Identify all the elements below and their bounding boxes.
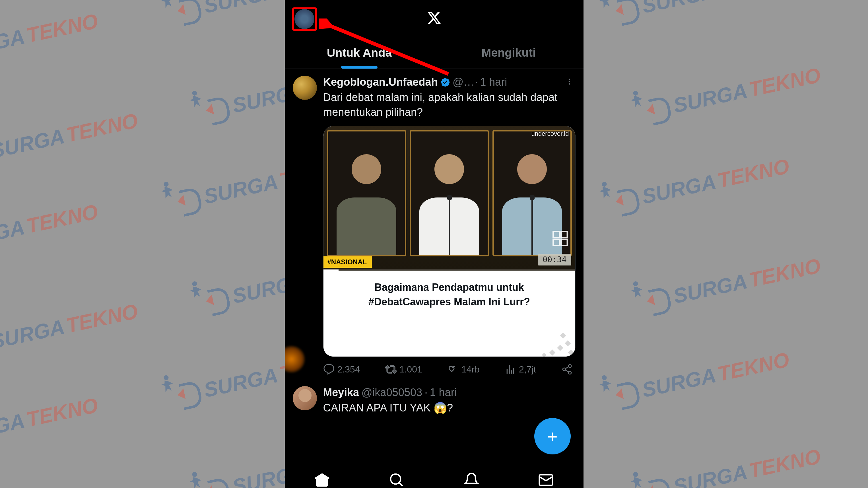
nav-messages-icon[interactable] bbox=[538, 472, 554, 488]
video-category-tag: #NASIONAL bbox=[323, 256, 372, 268]
svg-point-3 bbox=[568, 81, 570, 83]
tweet-timestamp: 1 hari bbox=[430, 386, 457, 399]
svg-point-4 bbox=[568, 83, 570, 85]
svg-rect-9 bbox=[557, 345, 563, 351]
compose-tweet-button[interactable]: + bbox=[534, 418, 571, 454]
svg-rect-8 bbox=[561, 239, 567, 246]
tweet-author-avatar[interactable] bbox=[293, 76, 317, 100]
retweet-count: 1.001 bbox=[399, 364, 422, 375]
video-progress-bar[interactable] bbox=[323, 270, 575, 271]
tweet-media-card[interactable]: undercover.id #NASIONAL 00:34 Bagaimana … bbox=[323, 126, 576, 357]
nav-home-icon[interactable] bbox=[314, 472, 330, 488]
like-button[interactable]: 14rb bbox=[447, 364, 480, 375]
separator-dot: · bbox=[425, 386, 428, 399]
plus-icon: + bbox=[547, 426, 557, 447]
svg-line-19 bbox=[565, 367, 568, 369]
retweet-button[interactable]: 1.001 bbox=[385, 364, 422, 375]
svg-line-18 bbox=[565, 370, 568, 372]
svg-point-20 bbox=[391, 474, 401, 484]
svg-rect-10 bbox=[565, 340, 571, 346]
feed-tabs: Untuk Anda Mengikuti bbox=[285, 37, 584, 69]
tweet-author-name[interactable]: Meyika bbox=[323, 386, 359, 399]
reply-count: 2.354 bbox=[337, 364, 360, 375]
profile-menu-button[interactable] bbox=[292, 7, 317, 31]
svg-rect-7 bbox=[553, 239, 559, 246]
verified-badge-icon bbox=[440, 77, 451, 87]
video-timer: 00:34 bbox=[538, 254, 571, 266]
profile-avatar-icon bbox=[294, 9, 314, 29]
tweet-more-button[interactable] bbox=[563, 76, 576, 89]
views-count: 2,7jt bbox=[519, 364, 536, 375]
share-button[interactable] bbox=[561, 364, 573, 375]
tweet-author-handle[interactable]: @ika050503 bbox=[361, 386, 422, 399]
svg-line-21 bbox=[399, 483, 403, 486]
reply-button[interactable]: 2.354 bbox=[323, 364, 360, 375]
tweet-timestamp: 1 hari bbox=[480, 76, 507, 89]
tweet-author-name[interactable]: Kegoblogan.Unfaedah bbox=[323, 76, 438, 89]
nav-search-icon[interactable] bbox=[389, 472, 405, 488]
svg-point-2 bbox=[568, 79, 570, 80]
caption-decoration-icon bbox=[510, 319, 575, 357]
svg-point-15 bbox=[568, 365, 571, 368]
tweet-item[interactable]: Kegoblogan.Unfaedah @... · 1 hari Dari d… bbox=[285, 69, 584, 379]
like-count: 14rb bbox=[461, 364, 480, 375]
svg-rect-6 bbox=[561, 232, 567, 238]
bottom-navigation bbox=[285, 470, 584, 488]
tweet-text: Dari debat malam ini, apakah kalian suda… bbox=[323, 90, 576, 120]
video-source-watermark: undercover.id bbox=[531, 130, 569, 138]
tab-following[interactable]: Mengikuti bbox=[434, 37, 584, 68]
tweet-header: Meyika @ika050503 · 1 hari bbox=[323, 386, 576, 399]
tweet-actions-bar: 2.354 1.001 14rb 2,7jt bbox=[323, 364, 576, 375]
tweet-text: CAIRAN APA ITU YAK 😱? bbox=[323, 400, 576, 415]
tweet-body: Meyika @ika050503 · 1 hari CAIRAN APA IT… bbox=[323, 386, 576, 415]
tweet-body: Kegoblogan.Unfaedah @... · 1 hari Dari d… bbox=[323, 76, 576, 375]
nav-notifications-icon[interactable] bbox=[463, 472, 479, 488]
views-button[interactable]: 2,7jt bbox=[505, 364, 536, 375]
tab-for-you[interactable]: Untuk Anda bbox=[285, 37, 434, 68]
video-grid-icon[interactable] bbox=[551, 229, 569, 248]
tweet-author-avatar[interactable] bbox=[293, 386, 317, 410]
tweet-author-handle[interactable]: @... bbox=[453, 76, 472, 89]
separator-dot: · bbox=[475, 76, 478, 89]
app-header bbox=[285, 0, 584, 37]
svg-rect-12 bbox=[549, 350, 555, 356]
tweet-item[interactable]: Meyika @ika050503 · 1 hari CAIRAN APA IT… bbox=[285, 379, 584, 418]
media-caption: Bagaimana Pendapatmu untuk #DebatCawapre… bbox=[323, 271, 575, 357]
svg-point-17 bbox=[568, 371, 571, 374]
svg-rect-5 bbox=[553, 232, 559, 238]
svg-rect-14 bbox=[542, 353, 546, 357]
video-thumbnail[interactable]: undercover.id #NASIONAL 00:34 bbox=[323, 126, 575, 271]
svg-rect-13 bbox=[567, 350, 574, 356]
svg-rect-11 bbox=[560, 333, 566, 339]
svg-point-16 bbox=[563, 368, 565, 371]
phone-frame: Untuk Anda Mengikuti Kegoblogan.Unfaedah… bbox=[285, 0, 584, 488]
tweet-header: Kegoblogan.Unfaedah @... · 1 hari bbox=[323, 76, 576, 89]
x-logo-icon[interactable] bbox=[427, 10, 442, 27]
